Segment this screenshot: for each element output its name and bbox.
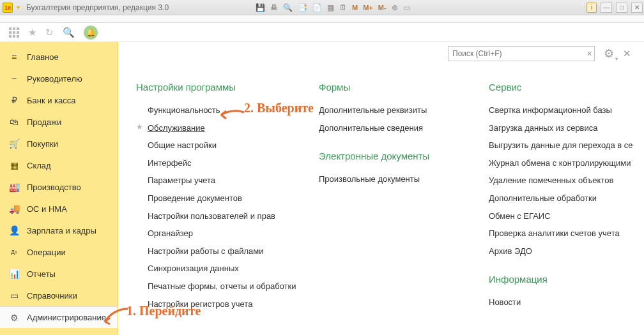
link-doc-posting[interactable]: Проведение документов	[136, 190, 302, 207]
link-data-sync[interactable]: Синхронизация данных	[136, 260, 302, 278]
app-logo-1c: 1e	[3, 3, 13, 13]
boxes-icon: ▦	[9, 160, 19, 170]
link-accounting-params[interactable]: Параметры учета	[136, 172, 302, 190]
sidebar-item-sales[interactable]: 🛍Продажи	[0, 111, 118, 133]
search-icon[interactable]: 🔍	[63, 27, 75, 38]
link-analytics-check[interactable]: Проверка аналитики счетов учета	[489, 225, 644, 242]
sidebar-item-label: Производство	[27, 182, 81, 192]
truck-icon: 🚚	[9, 204, 19, 214]
sidebar-item-label: Отчеты	[27, 269, 56, 279]
section-title-settings: Настройки программы	[136, 82, 302, 93]
close-window-button[interactable]: ✕	[631, 3, 643, 13]
info-badge[interactable]: i	[586, 3, 597, 13]
link-register-settings[interactable]: Настройки регистров учета	[136, 295, 302, 313]
history-icon[interactable]: ↻	[45, 27, 54, 38]
memory-mplus-button[interactable]: M+	[363, 4, 373, 11]
sidebar-item-assets[interactable]: 🚚ОС и НМА	[0, 198, 118, 220]
sidebar-item-label: Склад	[27, 161, 51, 170]
sidebar-item-label: ОС и НМА	[27, 204, 67, 214]
print-icon[interactable]: 🖶	[270, 3, 278, 12]
calendar-icon[interactable]: 🗓	[339, 3, 347, 12]
column-forms-edocs: Формы Дополнительные реквизиты Дополните…	[319, 82, 472, 313]
compare-icon[interactable]: 📑	[298, 3, 307, 12]
app-menu-dropdown-icon[interactable]: ▾	[17, 4, 20, 11]
person-icon: 👤	[9, 225, 19, 235]
sidebar-item-purchases[interactable]: 🛒Покупки	[0, 133, 118, 154]
search-clear-icon[interactable]: ✕	[586, 50, 592, 58]
sidebar-item-label: Зарплата и кадры	[27, 226, 96, 235]
link-egais[interactable]: Обмен с ЕГАИС	[489, 207, 644, 225]
link-general-settings[interactable]: Общие настройки	[136, 137, 302, 154]
link-extra-processing[interactable]: Дополнительные обработки	[489, 190, 644, 207]
favorites-star-icon[interactable]: ★	[28, 27, 36, 38]
link-edo-archive[interactable]: Архив ЭДО	[489, 242, 644, 260]
window-titlebar: 1e ▾ Бухгалтерия предприятия, редакция 3…	[0, 0, 644, 15]
sidebar-item-label: Главное	[27, 52, 59, 62]
link-interface[interactable]: Интерфейс	[136, 154, 302, 172]
memory-mminus-button[interactable]: M-	[378, 4, 387, 11]
window-substrip	[0, 15, 644, 23]
memory-m-button[interactable]: M	[352, 4, 358, 11]
sidebar-item-label: Администрирование	[27, 313, 106, 322]
calc-icon[interactable]: ▦	[327, 3, 334, 12]
link-organizer[interactable]: Органайзер	[136, 225, 302, 242]
link-extra-props[interactable]: Дополнительные реквизиты	[319, 101, 472, 119]
zoom-in-icon[interactable]: ⊕	[392, 3, 398, 12]
minimize-button[interactable]: —	[601, 3, 612, 13]
link-print-forms[interactable]: Печатные формы, отчеты и обработки	[136, 278, 302, 295]
sidebar-item-bank[interactable]: ₽Банк и касса	[0, 89, 118, 111]
link-functionality[interactable]: Функциональность	[136, 101, 302, 119]
sidebar: ≡Главное ~Руководителю ₽Банк и касса 🛍Пр…	[0, 42, 118, 335]
link-maintenance[interactable]: Обслуживание	[136, 119, 302, 137]
link-db-compact[interactable]: Свертка информационной базы	[489, 101, 644, 119]
window-controls: i — □ ✕	[586, 0, 643, 15]
sidebar-item-operations[interactable]: ДтОперации	[0, 241, 118, 263]
trend-icon: ~	[9, 73, 19, 84]
save-icon[interactable]: 💾	[256, 3, 265, 12]
factory-icon: 🏭	[9, 182, 19, 192]
link-delete-marked[interactable]: Удаление помеченных объектов	[489, 172, 644, 190]
sidebar-item-label: Продажи	[27, 117, 61, 127]
ruble-icon: ₽	[9, 95, 19, 105]
file-icon[interactable]: 📄	[312, 3, 322, 12]
sidebar-item-label: Банк и касса	[27, 96, 76, 105]
link-load-service[interactable]: Загрузка данных из сервиса	[489, 119, 644, 137]
link-exchange-journal[interactable]: Журнал обмена с контролирующими	[489, 154, 644, 172]
apps-grid-icon[interactable]	[9, 27, 19, 38]
bag-icon: 🛍	[9, 117, 19, 127]
sidebar-item-manager[interactable]: ~Руководителю	[0, 68, 118, 89]
close-pane-icon[interactable]: ✕	[623, 48, 631, 59]
link-news[interactable]: Новости	[489, 294, 644, 311]
link-custom-docs[interactable]: Произвольные документы	[319, 170, 472, 188]
sidebar-item-reports[interactable]: 📊Отчеты	[0, 263, 118, 285]
link-extra-info[interactable]: Дополнительные сведения	[319, 119, 472, 137]
sidebar-item-warehouse[interactable]: ▦Склад	[0, 154, 118, 176]
maximize-button[interactable]: □	[616, 3, 627, 13]
hamburger-icon: ≡	[9, 52, 19, 62]
sidebar-item-administration[interactable]: ⚙Администрирование	[0, 306, 118, 328]
main-pane: ✕ ⚙▾ ✕ Настройки программы Функционально…	[118, 42, 644, 335]
link-file-settings[interactable]: Настройки работы с файлами	[136, 242, 302, 260]
link-users-rights[interactable]: Настройки пользователей и прав	[136, 207, 302, 225]
search-input[interactable]	[448, 46, 595, 61]
gear-icon: ⚙	[9, 313, 19, 323]
window-title: Бухгалтерия предприятия, редакция 3.0	[26, 3, 169, 12]
preview-icon[interactable]: 🔍	[283, 3, 293, 12]
settings-gear-icon[interactable]: ⚙▾	[604, 47, 614, 61]
layout-icon[interactable]: ▭	[403, 3, 410, 12]
section-title-info: Информация	[489, 274, 644, 285]
sidebar-item-catalogs[interactable]: ▭Справочники	[0, 285, 118, 306]
books-icon: ▭	[9, 290, 19, 301]
link-export-migration[interactable]: Выгрузить данные для перехода в се	[489, 137, 644, 154]
sidebar-item-hr[interactable]: 👤Зарплата и кадры	[0, 220, 118, 241]
cart-icon: 🛒	[9, 138, 19, 149]
titlebar-toolbar: 💾 🖶 🔍 📑 📄 ▦ 🗓 M M+ M- ⊕ ▭	[256, 0, 410, 15]
main-toolbar: ✕ ⚙▾ ✕	[448, 46, 631, 61]
sidebar-item-production[interactable]: 🏭Производство	[0, 176, 118, 198]
section-title-edocs: Электронные документы	[319, 151, 472, 161]
sidebar-item-label: Руководителю	[27, 74, 82, 84]
notifications-bell-icon[interactable]: 🔔	[84, 26, 98, 40]
sidebar-item-main[interactable]: ≡Главное	[0, 46, 118, 68]
chevron-down-icon: ▾	[615, 56, 618, 62]
search-wrap: ✕	[448, 46, 595, 61]
